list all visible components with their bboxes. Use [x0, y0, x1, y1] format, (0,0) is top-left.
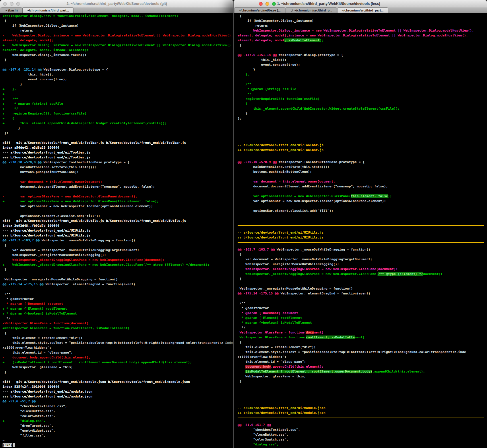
terminal-line: index 2e93d48..fb02d7d 100644 [3, 223, 233, 228]
terminal-line: this._element.appendChild(WebInspector.W… [238, 106, 487, 111]
terminal-line: @@ -51,6 +51,7 @@ [238, 422, 487, 427]
terminal-line: + }, [3, 87, 233, 92]
tab--chromium-src-third-part-[interactable]: ~/chromium/src/third_part... [337, 7, 388, 13]
tab--chromium-src-net-base-[interactable]: ~/chromium/src/net/base (... [234, 7, 285, 13]
terminal-line: element, delegate, modal); [3, 38, 233, 43]
terminal-line: { [3, 243, 233, 248]
terminal-line: buttons.push(mainButtonClone); [3, 170, 233, 174]
terminal-line: }, [238, 72, 487, 77]
terminal-line [3, 375, 233, 379]
terminal-line: var document = WebInspector._mouseOutWhi… [3, 248, 233, 253]
terminal-line: + WebInspector._elementDraggingGlassPane… [3, 262, 233, 267]
tab--bash-[interactable]: ~ (bash) [1, 7, 22, 13]
terminal-content-git-diff[interactable]: +WebInspector.Dialog.show = function(rel… [0, 13, 233, 448]
terminal-line: registerRequiredCSS: function(cssFile) [238, 96, 487, 101]
terminal-line: - WebInspector.Dialog._instance = new We… [3, 33, 233, 38]
terminal-line [238, 393, 487, 398]
terminal-line: -WebInspector.GlassPane = function(docum… [3, 321, 233, 326]
title-bar[interactable]: 2. ~/chromium/src/third_party/WebKit/Sou… [0, 0, 233, 8]
terminal-line [238, 174, 487, 179]
terminal-line: + * @param {=boolean} isModalToElement [3, 311, 233, 316]
terminal-line: +++ b/Source/devtools/front_end/ui/UIUti… [3, 233, 233, 238]
terminal-line: ++ b/Source/devtools/front_end/ui/module… [238, 410, 487, 415]
terminal-line: @@ -147,6 +151,14 @@ WebInspector.Dialog… [3, 67, 233, 72]
terminal-line: -- a/Source/devtools/front_end/ui/UIUtil… [238, 230, 487, 235]
terminal-line: this._hide(); [3, 72, 233, 77]
terminal-line: /** [238, 301, 487, 306]
terminal-line: if (WebInspector.Dialog._instance) [3, 23, 233, 28]
terminal-line: ~ [3, 438, 233, 443]
terminal-line: document.body.appendChild(this.element); [238, 364, 487, 369]
terminal-line: { [3, 331, 233, 335]
terminal-line [238, 296, 487, 301]
terminal-line [238, 384, 487, 389]
terminal-line: WebInspector.GlassPane = function(rootEl… [238, 335, 487, 340]
terminal-line: */ [3, 316, 233, 321]
terminal-content-less-pager[interactable]: { if (WebInspector.Dialog._instance) ret… [234, 13, 487, 448]
tab-bar: ~ (bash)~/chromium/src/third_part... [0, 7, 233, 13]
tab-label: ~ (bash) [5, 9, 18, 12]
terminal-line [238, 77, 487, 82]
terminal-line: +WebInspector.Dialog.show = function(rel… [3, 13, 233, 18]
terminal-line: +WebInspector.GlassPane = function(rootE… [3, 326, 233, 331]
terminal-line: - WebInspector._elementDraggingGlassPane… [3, 257, 233, 262]
terminal-line: * @param {!Document} document [238, 311, 487, 315]
terminal-line: "dropTarget.css", [238, 447, 487, 448]
terminal-line: var document = this.element.ownerDocumen… [238, 179, 487, 184]
cursor [13, 443, 15, 447]
tab-label: ~/chromium/src/third_part... [27, 9, 69, 12]
terminal-line: event.consume(true); [238, 62, 487, 67]
terminal-line: * @param {=boolean} isModalToElement [238, 320, 487, 325]
file-separator-rule [238, 418, 487, 422]
terminal-line: element, delegate, modal, isModalToEleme… [3, 48, 233, 53]
tab--chromium-src-third-p-[interactable]: ~/chromium/src/third_p... [286, 7, 337, 13]
terminal-line: } [238, 379, 487, 384]
terminal-line: element, delegate, modal, isModalToEleme… [238, 38, 487, 43]
terminal-line: this.element = createElement("div"); [3, 335, 233, 340]
terminal-line: buttons.push(mainButtonClone); [238, 169, 487, 174]
terminal-line: var document = WebInspector._mouseOutWhi… [238, 257, 487, 262]
terminal-line: mainButtonClone.setState(this.state()); [3, 165, 233, 170]
terminal-line [238, 218, 487, 223]
terminal-line [3, 189, 233, 194]
terminal-line: @@ -103,7 +103,7 @@ WebInspector._mouseO… [238, 247, 487, 252]
title-bar[interactable]: 1. ~/chromium/src/third_party/WebKit/Sou… [234, 0, 487, 8]
terminal-line: this.element = createElement("div"); [238, 345, 487, 350]
terminal-line: * @constructor [3, 296, 233, 301]
terminal-line: ++ b/Source/devtools/front_end/ui/Toolba… [238, 148, 487, 152]
terminal-line: + this._element.appendChild(WebInspector… [3, 121, 233, 126]
terminal-line [3, 287, 233, 292]
terminal-line: "checkboxTextLabel.css", [238, 427, 487, 432]
file-separator-rule [238, 138, 487, 143]
terminal-line: var optionsGlassPane = new WebInspector.… [238, 194, 487, 199]
terminal-line [238, 131, 487, 135]
terminal-line: + * @param {string} cssFile [3, 101, 233, 106]
terminal-line [3, 62, 233, 67]
terminal-line: */ [238, 325, 487, 330]
terminal-line: x:1000;overflow:hidden;"; [238, 354, 487, 359]
terminal-line: + var optionsGlassPane = new WebInspecto… [3, 199, 233, 204]
terminal-line: */ [238, 92, 487, 96]
terminal-line [238, 126, 487, 131]
terminal-line: WebInspector.Dialog._instance.focus(); [3, 53, 233, 57]
terminal-line: "colorSwatch.css", [3, 414, 233, 418]
terminal-line: @@ -175,14 +175,15 @@ WebInspector._elem… [3, 282, 233, 287]
terminal-line: optionsBar.element.classList.add("fill")… [238, 208, 487, 213]
terminal-line [238, 389, 487, 393]
terminal-line: this.element.style.cssText = "position:a… [3, 340, 233, 345]
terminal-line: diff --git a/Source/devtools/front_end/u… [3, 140, 233, 145]
terminal-line: @@ -147,6 +151,14 @@ WebInspector.Dialog… [238, 53, 487, 57]
window-title: 1. ~/chromium/src/third_party/WebKit/Sou… [234, 0, 424, 7]
terminal-line: } [3, 126, 233, 131]
terminal-line: * @param {string} cssFile [238, 87, 487, 92]
terminal-line: { [3, 18, 233, 23]
terminal-line: -- a/Source/devtools/front_end/ui/Toolba… [238, 143, 487, 148]
tab--chromium-src-third-part-[interactable]: ~/chromium/src/third_part... [22, 7, 73, 13]
terminal-line: + */ [3, 106, 233, 111]
terminal-line: this.element.id = "glass-pane"; [238, 359, 487, 364]
terminal-line: --- a/Source/devtools/front_end/ui/Toolb… [3, 150, 233, 155]
terminal-line: } [238, 43, 487, 48]
terminal-line [3, 209, 233, 214]
terminal-line: * @constructor [238, 306, 487, 311]
terminal-line: --- a/Source/devtools/front_end/ui/UIUti… [3, 228, 233, 233]
